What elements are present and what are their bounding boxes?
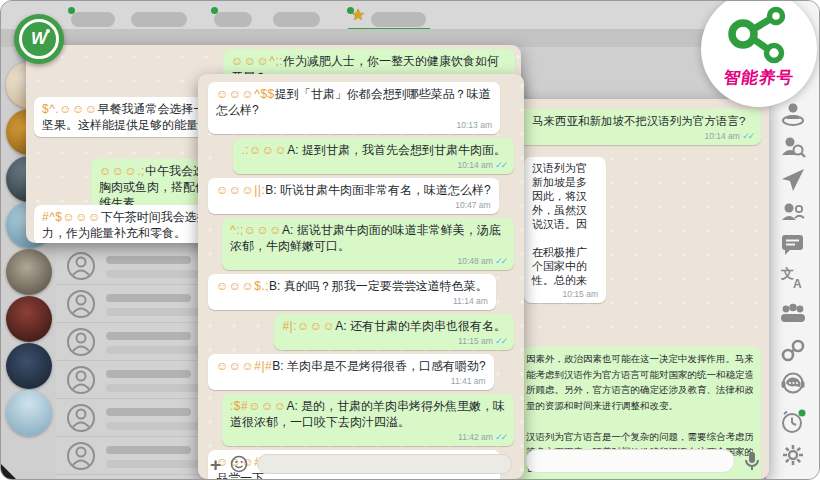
chat-bubble-received: ☺☺☺||:B: 听说甘肃牛肉面非常有名，味道怎么样?10:47 am — [208, 178, 499, 214]
status-person-icon[interactable] — [780, 101, 806, 127]
avatar[interactable] — [6, 296, 52, 342]
badge-label: 智能养号 — [699, 67, 818, 89]
attach-plus-icon[interactable]: + — [210, 455, 221, 474]
chat-bubble-sent: #|:☺☺☺A: 还有甘肃的羊肉串也很有名。11:15 am✓✓ — [274, 314, 514, 350]
chat-bubble-sent: :$#☺☺☺A: 是的，甘肃的羊肉串烤得外焦里嫩，味道很浓郁，一口咬下去肉汁四溢… — [222, 394, 514, 446]
read-ticks-icon: ✓✓ — [495, 160, 506, 170]
tab-3-status-dot — [211, 7, 218, 14]
person-placeholder-icon — [66, 441, 96, 471]
share-network-icon — [726, 7, 792, 65]
emoji-icon[interactable] — [230, 455, 248, 473]
chat-bubble-received: ☺☺☺$.;B: 真的吗？那我一定要尝尝这道特色菜。11:14 am — [208, 274, 496, 310]
svg-text:A: A — [793, 277, 802, 290]
avatar[interactable] — [6, 390, 52, 436]
whatsapp-logo: W — [14, 14, 64, 64]
message-meta: 10:14 am✓✓ — [532, 131, 753, 141]
chat-bubble-sent: ^:;☺☺☺A: 据说甘肃牛肉面的味道非常鲜美，汤底浓郁，牛肉鲜嫩可口。10:4… — [222, 218, 514, 270]
search-contact-icon[interactable] — [780, 134, 806, 160]
read-ticks-icon: ✓✓ — [495, 336, 506, 346]
message-input[interactable] — [525, 449, 735, 473]
svg-text:文: 文 — [780, 266, 794, 281]
mic-icon[interactable] — [744, 451, 760, 471]
tab-1[interactable] — [71, 12, 115, 27]
link-icon[interactable] — [780, 338, 806, 364]
tab-2[interactable] — [131, 12, 187, 27]
translate-icon[interactable]: 文A — [780, 264, 806, 290]
online-dot — [799, 410, 806, 417]
avatar[interactable] — [6, 343, 52, 389]
person-placeholder-icon — [66, 327, 96, 357]
chat-bubble-received: ☺☺☺^$$提到「甘肃」你都会想到哪些菜品？味道怎么样?10:13 am — [208, 82, 500, 134]
settings-gear-icon[interactable] — [780, 442, 806, 468]
tab-5-status-dot — [347, 7, 354, 14]
tab-1-status-dot — [68, 7, 75, 14]
message-meta: 10:56 am✓✓ — [526, 477, 753, 479]
group-icon[interactable] — [780, 301, 806, 327]
read-ticks-icon: ✓✓ — [742, 131, 753, 141]
contacts-icon[interactable] — [780, 200, 806, 226]
tab-4[interactable] — [273, 12, 320, 27]
app-screen: ★ ☺☺☺^;:作为减肥人士，你一整天的健康饮食如何开展？ $^.☺☺☺早餐我通… — [0, 0, 820, 480]
tab-3[interactable] — [214, 12, 252, 27]
message-meta: 10:15 am — [532, 289, 598, 299]
chat-window-gansu[interactable]: ☺☺☺^$$提到「甘肃」你都会想到哪些菜品？味道怎么样?10:13 am .:☺… — [198, 74, 524, 479]
person-placeholder-icon — [66, 365, 96, 395]
chat-icon[interactable] — [780, 232, 806, 258]
avatar[interactable] — [6, 249, 52, 295]
corner-wedge — [1, 464, 16, 479]
person-placeholder-icon — [66, 251, 96, 281]
person-placeholder-icon — [66, 403, 96, 433]
chat-bubble-sent: .:☺☺☺A: 提到甘肃，我首先会想到甘肃牛肉面。10:14 am✓✓ — [233, 138, 514, 174]
support-icon[interactable] — [780, 371, 808, 397]
read-ticks-icon: ✓✓ — [495, 432, 506, 442]
chat-bubble-received: 汉语列为官 新加坡是多 因此，将汉 外，虽然汉 说汉语。因 在积极推广 个国家中… — [524, 157, 606, 303]
read-ticks-icon: ✓✓ — [742, 477, 753, 479]
schedule-clock-icon[interactable] — [780, 408, 808, 436]
tab-5-active[interactable] — [371, 12, 426, 27]
person-placeholder-icon — [66, 289, 96, 319]
chat-bubble-received: ☺☺☺#|#B: 羊肉串是不是烤得很香，口感有嚼劲?11:41 am — [208, 354, 494, 390]
read-ticks-icon: ✓✓ — [495, 256, 506, 266]
message-list: ☺☺☺^$$提到「甘肃」你都会想到哪些菜品？味道怎么样?10:13 am .:☺… — [198, 74, 524, 479]
send-icon[interactable] — [780, 167, 806, 193]
message-input[interactable] — [257, 454, 512, 474]
chat-bubble-sent: 马来西亚和新加坡不把汉语列为官方语言? 10:14 am✓✓ — [524, 109, 761, 145]
compose-bar: + — [198, 449, 524, 479]
logo-letter: W — [31, 29, 47, 49]
tab-bar: ★ — [1, 1, 767, 29]
